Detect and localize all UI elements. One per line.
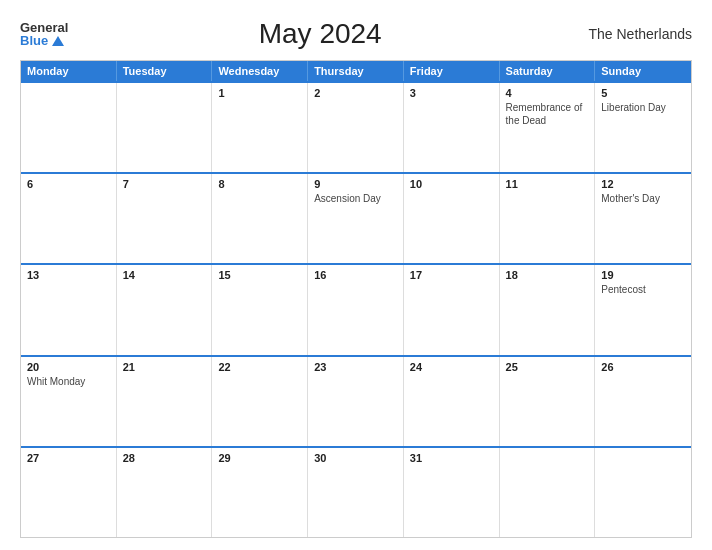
- cell-day-number: 1: [218, 87, 301, 99]
- logo-triangle-icon: [52, 36, 64, 46]
- cell-day-number: 23: [314, 361, 397, 373]
- logo-blue-text: Blue: [20, 34, 68, 47]
- calendar-cell-w4-d3: 22: [212, 357, 308, 446]
- calendar-cell-w2-d5: 10: [404, 174, 500, 263]
- cell-day-number: 2: [314, 87, 397, 99]
- cell-day-number: 21: [123, 361, 206, 373]
- header-tuesday: Tuesday: [117, 61, 213, 81]
- cell-day-number: 22: [218, 361, 301, 373]
- cell-day-number: 29: [218, 452, 301, 464]
- calendar-cell-w3-d6: 18: [500, 265, 596, 354]
- cell-day-number: 9: [314, 178, 397, 190]
- cell-day-number: 17: [410, 269, 493, 281]
- calendar-cell-w5-d4: 30: [308, 448, 404, 537]
- calendar-body: 1234Remembrance of the Dead5Liberation D…: [21, 81, 691, 537]
- header-friday: Friday: [404, 61, 500, 81]
- header-sunday: Sunday: [595, 61, 691, 81]
- calendar-cell-w1-d1: [21, 83, 117, 172]
- cell-day-number: 4: [506, 87, 589, 99]
- header-saturday: Saturday: [500, 61, 596, 81]
- cell-day-number: 24: [410, 361, 493, 373]
- calendar-cell-w5-d2: 28: [117, 448, 213, 537]
- cell-day-number: 19: [601, 269, 685, 281]
- cell-day-number: 10: [410, 178, 493, 190]
- cell-day-number: 31: [410, 452, 493, 464]
- calendar-cell-w3-d3: 15: [212, 265, 308, 354]
- calendar-week-4: 20Whit Monday212223242526: [21, 355, 691, 446]
- calendar-week-5: 2728293031: [21, 446, 691, 537]
- country-label: The Netherlands: [572, 26, 692, 42]
- calendar-cell-w4-d1: 20Whit Monday: [21, 357, 117, 446]
- calendar-week-2: 6789Ascension Day101112Mother's Day: [21, 172, 691, 263]
- cell-day-number: 18: [506, 269, 589, 281]
- cell-day-number: 28: [123, 452, 206, 464]
- calendar-page: General Blue May 2024 The Netherlands Mo…: [0, 0, 712, 550]
- calendar-title: May 2024: [68, 18, 572, 50]
- header-thursday: Thursday: [308, 61, 404, 81]
- cell-day-number: 6: [27, 178, 110, 190]
- cell-event-label: Mother's Day: [601, 193, 660, 204]
- cell-day-number: 25: [506, 361, 589, 373]
- calendar-cell-w4-d6: 25: [500, 357, 596, 446]
- cell-day-number: 13: [27, 269, 110, 281]
- cell-day-number: 3: [410, 87, 493, 99]
- calendar-week-1: 1234Remembrance of the Dead5Liberation D…: [21, 81, 691, 172]
- cell-day-number: 16: [314, 269, 397, 281]
- calendar-cell-w3-d5: 17: [404, 265, 500, 354]
- calendar-cell-w2-d2: 7: [117, 174, 213, 263]
- calendar-cell-w1-d2: [117, 83, 213, 172]
- cell-event-label: Ascension Day: [314, 193, 381, 204]
- cell-day-number: 12: [601, 178, 685, 190]
- cell-day-number: 26: [601, 361, 685, 373]
- cell-day-number: 30: [314, 452, 397, 464]
- calendar-cell-w1-d6: 4Remembrance of the Dead: [500, 83, 596, 172]
- calendar-cell-w5-d3: 29: [212, 448, 308, 537]
- calendar-cell-w3-d4: 16: [308, 265, 404, 354]
- calendar-cell-w2-d4: 9Ascension Day: [308, 174, 404, 263]
- header: General Blue May 2024 The Netherlands: [20, 18, 692, 50]
- cell-day-number: 7: [123, 178, 206, 190]
- calendar-cell-w2-d6: 11: [500, 174, 596, 263]
- cell-day-number: 20: [27, 361, 110, 373]
- calendar-cell-w2-d7: 12Mother's Day: [595, 174, 691, 263]
- calendar-cell-w1-d7: 5Liberation Day: [595, 83, 691, 172]
- calendar-cell-w5-d5: 31: [404, 448, 500, 537]
- calendar-cell-w4-d2: 21: [117, 357, 213, 446]
- calendar-cell-w4-d7: 26: [595, 357, 691, 446]
- cell-day-number: 14: [123, 269, 206, 281]
- cell-event-label: Whit Monday: [27, 376, 85, 387]
- cell-day-number: 8: [218, 178, 301, 190]
- cell-day-number: 11: [506, 178, 589, 190]
- calendar-cell-w3-d1: 13: [21, 265, 117, 354]
- cell-event-label: Remembrance of the Dead: [506, 102, 583, 126]
- calendar-cell-w5-d1: 27: [21, 448, 117, 537]
- calendar-cell-w2-d3: 8: [212, 174, 308, 263]
- calendar-cell-w2-d1: 6: [21, 174, 117, 263]
- calendar-cell-w1-d3: 1: [212, 83, 308, 172]
- header-monday: Monday: [21, 61, 117, 81]
- cell-day-number: 15: [218, 269, 301, 281]
- logo: General Blue: [20, 21, 68, 47]
- calendar-cell-w5-d6: [500, 448, 596, 537]
- calendar-week-3: 13141516171819Pentecost: [21, 263, 691, 354]
- calendar-cell-w3-d2: 14: [117, 265, 213, 354]
- calendar-header-row: Monday Tuesday Wednesday Thursday Friday…: [21, 61, 691, 81]
- calendar-grid: Monday Tuesday Wednesday Thursday Friday…: [20, 60, 692, 538]
- calendar-cell-w1-d5: 3: [404, 83, 500, 172]
- cell-event-label: Liberation Day: [601, 102, 665, 113]
- calendar-cell-w4-d4: 23: [308, 357, 404, 446]
- calendar-cell-w5-d7: [595, 448, 691, 537]
- calendar-cell-w1-d4: 2: [308, 83, 404, 172]
- cell-event-label: Pentecost: [601, 284, 645, 295]
- cell-day-number: 5: [601, 87, 685, 99]
- header-wednesday: Wednesday: [212, 61, 308, 81]
- calendar-cell-w3-d7: 19Pentecost: [595, 265, 691, 354]
- cell-day-number: 27: [27, 452, 110, 464]
- calendar-cell-w4-d5: 24: [404, 357, 500, 446]
